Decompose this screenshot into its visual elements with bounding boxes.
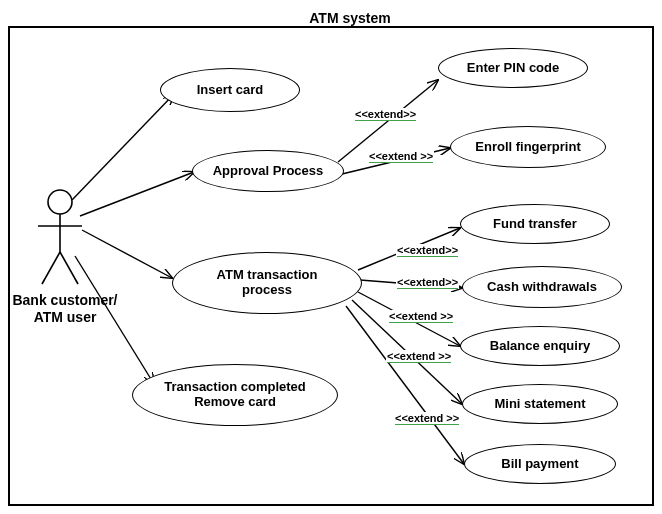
usecase-approval-process: Approval Process bbox=[192, 150, 344, 192]
actor-label-line2: ATM user bbox=[34, 309, 97, 325]
extend-label-balance: <<extend >> bbox=[388, 310, 454, 323]
extend-label-enroll-fp: <<extend >> bbox=[368, 150, 434, 163]
system-title: ATM system bbox=[290, 10, 410, 26]
usecase-balance-enquiry: Balance enquiry bbox=[460, 326, 620, 366]
usecase-mini-label: Mini statement bbox=[494, 397, 585, 412]
usecase-mini-statement: Mini statement bbox=[462, 384, 618, 424]
usecase-enter-pin: Enter PIN code bbox=[438, 48, 588, 88]
extend-label-mini: <<extend >> bbox=[386, 350, 452, 363]
usecase-transaction-completed: Transaction completed Remove card bbox=[132, 364, 338, 426]
usecase-cash-withdrawals: Cash withdrawals bbox=[462, 266, 622, 308]
usecase-balance-label: Balance enquiry bbox=[490, 339, 590, 354]
extend-label-fund-transfer: <<extend>> bbox=[396, 244, 459, 257]
usecase-enroll-fp-label: Enroll fingerprint bbox=[475, 140, 580, 155]
usecase-cash-wd-label: Cash withdrawals bbox=[487, 280, 597, 295]
actor-label: Bank customer/ ATM user bbox=[10, 292, 120, 326]
actor-label-line1: Bank customer/ bbox=[12, 292, 117, 308]
usecase-enter-pin-label: Enter PIN code bbox=[467, 61, 559, 76]
usecase-enroll-fingerprint: Enroll fingerprint bbox=[450, 126, 606, 168]
usecase-bill-payment: Bill payment bbox=[464, 444, 616, 484]
usecase-tx-done-label: Transaction completed Remove card bbox=[164, 380, 306, 410]
usecase-insert-card-label: Insert card bbox=[197, 83, 263, 98]
extend-label-enter-pin: <<extend>> bbox=[354, 108, 417, 121]
usecase-bill-label: Bill payment bbox=[501, 457, 578, 472]
usecase-fund-transfer: Fund transfer bbox=[460, 204, 610, 244]
usecase-insert-card: Insert card bbox=[160, 68, 300, 112]
usecase-atm-transaction-process: ATM transaction process bbox=[172, 252, 362, 314]
usecase-approval-label: Approval Process bbox=[213, 164, 324, 179]
extend-label-bill: <<extend >> bbox=[394, 412, 460, 425]
usecase-atm-tx-label: ATM transaction process bbox=[217, 268, 318, 298]
extend-label-cash-wd: <<extend>> bbox=[396, 276, 459, 289]
diagram-canvas: ATM system Bank custom bbox=[0, 0, 662, 514]
usecase-fund-transfer-label: Fund transfer bbox=[493, 217, 577, 232]
